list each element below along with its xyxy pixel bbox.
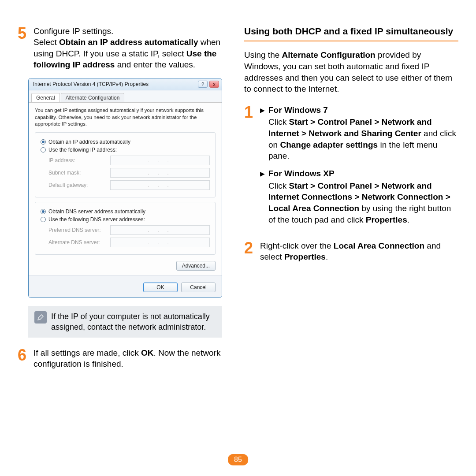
bold-text: Properties xyxy=(284,252,326,261)
sub-xp: ▶ For Windows XP Click Start > Control P… xyxy=(260,168,458,225)
field-label: Subnet mask: xyxy=(41,170,107,176)
note-box: If the IP of your computer is not automa… xyxy=(28,306,222,338)
text: Select xyxy=(33,37,59,47)
step5-intro: Configure IP settings. xyxy=(33,26,113,36)
tab-general[interactable]: General xyxy=(31,93,60,102)
sub-win7: ▶ For Windows 7 Click Start > Control Pa… xyxy=(260,104,458,162)
field-pdns: Preferred DNS server: . . . xyxy=(41,225,210,235)
step-1: 1 ▶ For Windows 7 Click Start > Control … xyxy=(244,104,458,231)
radio-icon xyxy=(41,209,46,214)
step-5: 5 Configure IP settings. Select Obtain a… xyxy=(18,26,232,70)
radio-icon xyxy=(41,147,46,152)
sub-title: For Windows 7 xyxy=(268,104,458,116)
intro-paragraph: Using the Alternate Configuration provid… xyxy=(244,49,458,95)
ip-input[interactable]: . . . xyxy=(110,238,210,247)
step-2: 2 Right-click over the Local Area Connec… xyxy=(244,240,458,263)
field-adns: Alternate DNS server: . . . xyxy=(41,238,210,247)
step-body: If all settings are made, click OK. Now … xyxy=(33,347,232,370)
step-6: 6 If all settings are made, click OK. No… xyxy=(18,347,232,370)
dialog-title: Internet Protocol Version 4 (TCP/IPv4) P… xyxy=(33,81,196,87)
bold-text: Change adapter settings xyxy=(280,140,378,149)
text: Click xyxy=(268,117,289,126)
ip-group: Obtain an IP address automatically Use t… xyxy=(35,132,216,197)
text: . xyxy=(407,215,409,224)
radio-label: Obtain an IP address automatically xyxy=(48,139,130,145)
radio-obtain-ip[interactable]: Obtain an IP address automatically xyxy=(41,139,210,145)
dialog-body: You can get IP settings assigned automat… xyxy=(29,103,222,275)
ip-input[interactable]: . . . xyxy=(110,168,210,178)
step-body: Configure IP settings. Select Obtain an … xyxy=(33,26,232,70)
text: Right-click over the xyxy=(260,241,334,250)
dialog-footer: OK Cancel xyxy=(29,275,222,298)
ip-input[interactable]: . . . xyxy=(110,225,210,235)
page-number: 85 xyxy=(228,454,248,465)
dialog-titlebar: Internet Protocol Version 4 (TCP/IPv4) P… xyxy=(29,78,222,90)
field-ip: IP address: . . . xyxy=(41,156,210,165)
cancel-button[interactable]: Cancel xyxy=(181,283,216,292)
field-mask: Subnet mask: . . . xyxy=(41,168,210,178)
step-number: 2 xyxy=(244,240,256,263)
bold-text: OK xyxy=(141,348,154,357)
step-body: ▶ For Windows 7 Click Start > Control Pa… xyxy=(260,104,458,231)
text: . xyxy=(326,252,328,261)
field-label: Alternate DNS server: xyxy=(41,239,107,245)
note-icon xyxy=(34,311,47,324)
step-body: Right-click over the Local Area Connecti… xyxy=(260,240,458,263)
triangle-icon: ▶ xyxy=(260,168,265,225)
ip-input[interactable]: . . . xyxy=(110,180,210,190)
advanced-button[interactable]: Advanced... xyxy=(176,261,216,271)
radio-icon xyxy=(41,217,46,222)
bold-text: Start > Control Panel > Network and Inte… xyxy=(268,117,432,138)
step-number: 1 xyxy=(244,104,256,231)
radio-obtain-dns[interactable]: Obtain DNS server address automatically xyxy=(41,208,210,215)
text: If all settings are made, click xyxy=(33,348,141,357)
close-button[interactable]: x xyxy=(209,81,219,88)
bold-text: Alternate Configuration xyxy=(282,50,376,60)
text: Using the xyxy=(244,50,282,60)
radio-icon xyxy=(41,139,46,145)
tab-strip: General Alternate Configuration xyxy=(29,90,222,103)
radio-static-ip[interactable]: Use the following IP address: xyxy=(41,147,210,153)
radio-label: Use the following IP address: xyxy=(48,147,117,153)
bold-text: Obtain an IP address automatically xyxy=(59,37,198,47)
step-number: 6 xyxy=(18,347,29,370)
footer-buttons: OK Cancel xyxy=(35,280,216,293)
triangle-icon: ▶ xyxy=(260,104,265,162)
tab-alternate[interactable]: Alternate Configuration xyxy=(61,93,125,102)
field-label: Default gateway: xyxy=(41,182,107,188)
bold-text: Local Area Connection xyxy=(334,241,424,250)
section-heading: Using both DHCP and a fixed IP simultane… xyxy=(244,26,458,41)
bold-text: Properties xyxy=(366,215,407,224)
field-label: IP address: xyxy=(41,157,107,164)
advanced-row: Advanced... xyxy=(35,259,216,271)
field-label: Preferred DNS server: xyxy=(41,227,107,233)
help-button[interactable]: ? xyxy=(198,81,208,88)
radio-label: Obtain DNS server address automatically xyxy=(48,208,145,215)
ok-button[interactable]: OK xyxy=(143,283,178,292)
dns-group: Obtain DNS server address automatically … xyxy=(35,202,216,255)
radio-label: Use the following DNS server addresses: xyxy=(48,216,145,223)
text: Click xyxy=(268,181,289,190)
step-number: 5 xyxy=(18,26,29,70)
dialog-intro: You can get IP settings assigned automat… xyxy=(35,107,216,128)
ipv4-properties-dialog: Internet Protocol Version 4 (TCP/IPv4) P… xyxy=(28,78,222,298)
left-column: 5 Configure IP settings. Select Obtain a… xyxy=(18,26,232,378)
right-column: Using both DHCP and a fixed IP simultane… xyxy=(244,26,458,378)
sub-title: For Windows XP xyxy=(268,168,458,179)
text: and enter the values. xyxy=(115,60,195,69)
field-gateway: Default gateway: . . . xyxy=(41,180,210,190)
ip-input[interactable]: . . . xyxy=(110,156,210,165)
radio-static-dns[interactable]: Use the following DNS server addresses: xyxy=(41,216,210,223)
note-text: If the IP of your computer is not automa… xyxy=(51,311,216,333)
